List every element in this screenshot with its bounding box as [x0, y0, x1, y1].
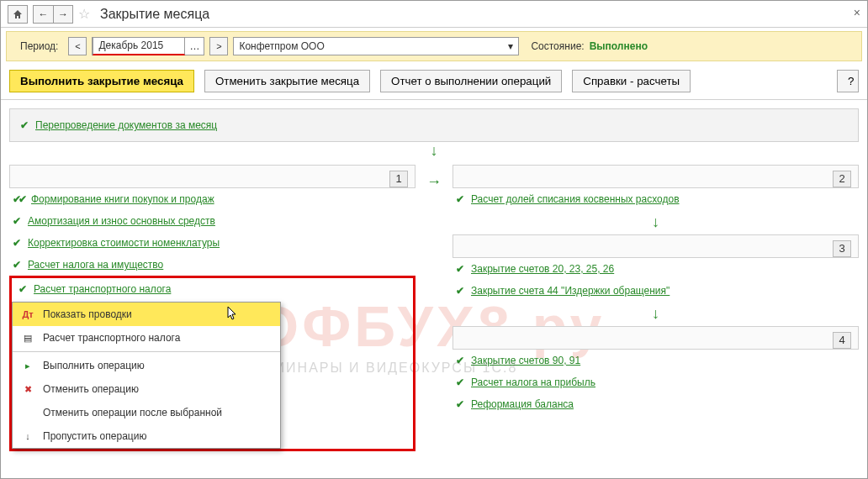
home-button[interactable]	[8, 5, 28, 24]
state-value: Выполнено	[590, 40, 648, 52]
chevron-down-icon: ▾	[508, 40, 513, 52]
cursor-icon	[227, 306, 239, 321]
period-prev-button[interactable]: <	[68, 37, 87, 55]
org-select[interactable]: Конфетпром ООО ▾	[233, 37, 519, 55]
refs-button[interactable]: Справки - расчеты	[572, 70, 691, 92]
entries-icon: Дт	[21, 308, 34, 321]
doc-icon: ▤	[21, 331, 34, 345]
ctx-show-entries[interactable]: Дт Показать проводки	[13, 303, 280, 326]
back-button[interactable]: ←	[33, 5, 53, 24]
arrow-down-icon: ↓	[453, 213, 859, 231]
context-menu: Дт Показать проводки ▤ Расчет транспортн…	[12, 302, 281, 449]
check-icon: ✔	[13, 237, 21, 249]
report-button[interactable]: Отчет о выполнении операций	[380, 70, 562, 92]
op-transport-tax[interactable]: Расчет транспортного налога	[34, 283, 171, 295]
period-next-button[interactable]: >	[209, 37, 228, 55]
cancel-icon: ✖	[21, 382, 34, 396]
check-icon: ✔	[456, 285, 464, 297]
check-icon: ✔	[456, 263, 464, 275]
page-title: Закрытие месяца	[100, 7, 209, 22]
check-icon: ✔	[19, 283, 27, 295]
check-icon: ✔	[13, 215, 21, 227]
ctx-skip[interactable]: ↓ Пропустить операцию	[13, 424, 280, 448]
ctx-report[interactable]: ▤ Расчет транспортного налога	[13, 326, 280, 350]
check-icon: ✔	[456, 398, 464, 410]
arrow-down-icon: ↓	[9, 142, 859, 160]
op-link[interactable]: Формирование книги покупок и продаж	[31, 193, 214, 205]
ctx-run[interactable]: ▸ Выполнить операцию	[13, 354, 280, 377]
period-field[interactable]: Декабрь 2015 …	[92, 37, 204, 55]
state-label: Состояние:	[531, 40, 584, 52]
op-link[interactable]: Закрытие счетов 20, 23, 25, 26	[471, 263, 614, 275]
stage-2-badge: 2	[833, 171, 851, 187]
arrow-down-icon: ↓	[453, 305, 859, 323]
run-button[interactable]: Выполнить закрытие месяца	[9, 70, 194, 92]
stage-3-badge: 3	[833, 240, 851, 257]
run-icon: ▸	[21, 359, 34, 372]
op-link[interactable]: Закрытие счета 44 "Издержки обращения"	[471, 285, 670, 297]
forward-button[interactable]: →	[53, 5, 73, 24]
ctx-cancel-after[interactable]: Отменить операции после выбранной	[13, 401, 280, 424]
ctx-cancel[interactable]: ✖ Отменить операцию	[13, 377, 280, 401]
check-icon: ✔	[456, 355, 464, 366]
op-link[interactable]: Корректировка стоимости номенклатуры	[28, 237, 220, 249]
op-link[interactable]: Расчет налога на прибыль	[471, 376, 595, 388]
cancel-button[interactable]: Отменить закрытие месяца	[204, 70, 370, 92]
check-icon: ✔	[13, 259, 21, 271]
period-value: Декабрь 2015	[93, 37, 185, 55]
stage-4-badge: 4	[833, 332, 851, 349]
op-link[interactable]: Реформация баланса	[471, 398, 574, 410]
check-icon: ✔	[456, 193, 464, 205]
op-link[interactable]: Закрытие счетов 90, 91	[471, 355, 580, 366]
stage-1-badge: 1	[389, 171, 408, 187]
arrow-right-icon: →	[426, 173, 442, 191]
favorite-icon[interactable]: ☆	[78, 6, 90, 22]
skip-icon: ↓	[21, 429, 34, 443]
check-icon: ✔	[20, 119, 29, 131]
op-link[interactable]: Расчет налога на имущество	[28, 259, 163, 271]
period-label: Период:	[15, 40, 63, 52]
op-link[interactable]: Амортизация и износ основных средств	[28, 215, 215, 227]
org-value: Конфетпром ООО	[239, 40, 324, 52]
op-repost[interactable]: Перепроведение документов за месяц	[35, 119, 217, 131]
help-button[interactable]: ?	[837, 70, 859, 92]
check-icon: ✔✔	[13, 193, 24, 205]
op-link[interactable]: Расчет долей списания косвенных расходов	[471, 193, 680, 205]
check-icon: ✔	[456, 376, 464, 388]
period-picker-button[interactable]: …	[185, 38, 204, 55]
close-button[interactable]: ×	[854, 6, 860, 19]
